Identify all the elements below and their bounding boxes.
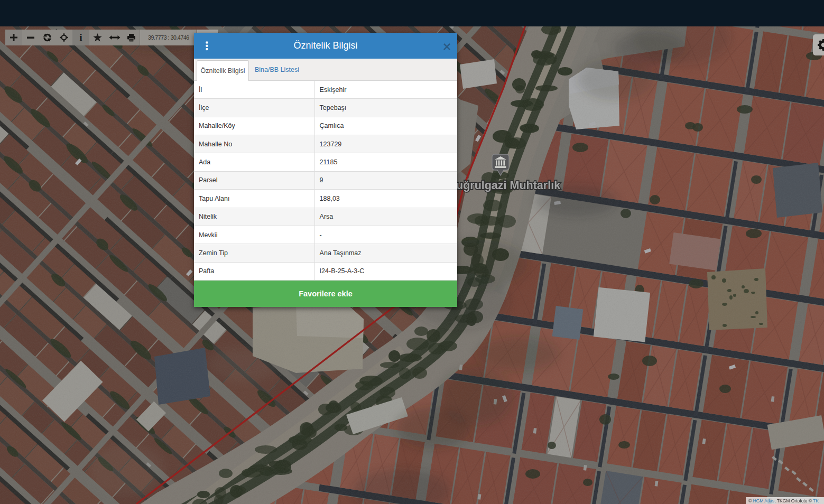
svg-text:uğrulgazi Muhtarlık: uğrulgazi Muhtarlık: [456, 179, 560, 192]
svg-text:© HGM Atlas, TKGM Ortofoto © T: © HGM Atlas, TKGM Ortofoto © TK: [748, 498, 819, 503]
